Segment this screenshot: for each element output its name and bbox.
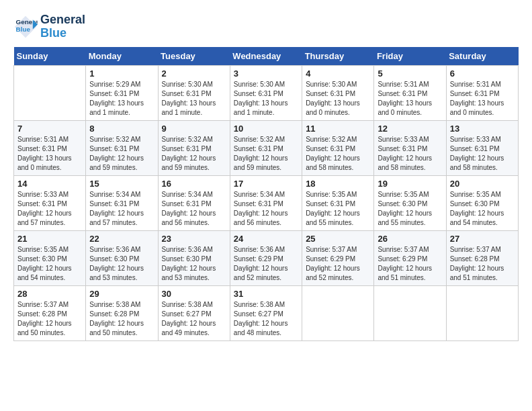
calendar-cell: 17Sunrise: 5:34 AM Sunset: 6:31 PM Dayli…	[230, 175, 302, 230]
calendar-cell	[14, 65, 86, 120]
calendar-week-row: 7Sunrise: 5:31 AM Sunset: 6:31 PM Daylig…	[14, 120, 519, 175]
calendar-cell: 31Sunrise: 5:38 AM Sunset: 6:27 PM Dayli…	[230, 285, 302, 340]
day-info: Sunrise: 5:37 AM Sunset: 6:28 PM Dayligh…	[17, 300, 82, 338]
day-number: 19	[378, 179, 442, 189]
calendar-week-row: 21Sunrise: 5:35 AM Sunset: 6:30 PM Dayli…	[14, 230, 519, 285]
calendar-cell: 3Sunrise: 5:30 AM Sunset: 6:31 PM Daylig…	[230, 65, 302, 120]
day-info: Sunrise: 5:38 AM Sunset: 6:27 PM Dayligh…	[234, 300, 298, 338]
calendar-cell: 5Sunrise: 5:31 AM Sunset: 6:31 PM Daylig…	[374, 65, 446, 120]
day-number: 27	[450, 234, 515, 244]
calendar-cell: 26Sunrise: 5:37 AM Sunset: 6:29 PM Dayli…	[374, 230, 446, 285]
col-wednesday: Wednesday	[230, 47, 302, 66]
day-number: 3	[234, 68, 298, 79]
calendar-cell: 10Sunrise: 5:32 AM Sunset: 6:31 PM Dayli…	[230, 120, 302, 175]
calendar-cell: 11Sunrise: 5:32 AM Sunset: 6:31 PM Dayli…	[302, 120, 374, 175]
day-info: Sunrise: 5:37 AM Sunset: 6:28 PM Dayligh…	[450, 245, 515, 283]
day-info: Sunrise: 5:32 AM Sunset: 6:31 PM Dayligh…	[234, 135, 298, 173]
calendar-cell: 19Sunrise: 5:35 AM Sunset: 6:30 PM Dayli…	[374, 175, 446, 230]
day-info: Sunrise: 5:34 AM Sunset: 6:31 PM Dayligh…	[234, 190, 298, 228]
day-number: 29	[89, 289, 154, 299]
calendar-cell: 6Sunrise: 5:31 AM Sunset: 6:31 PM Daylig…	[446, 65, 518, 120]
calendar-cell: 12Sunrise: 5:33 AM Sunset: 6:31 PM Dayli…	[374, 120, 446, 175]
day-info: Sunrise: 5:36 AM Sunset: 6:30 PM Dayligh…	[162, 245, 226, 283]
logo-text: General Blue	[40, 13, 85, 40]
calendar-cell: 22Sunrise: 5:36 AM Sunset: 6:30 PM Dayli…	[86, 230, 158, 285]
day-info: Sunrise: 5:35 AM Sunset: 6:30 PM Dayligh…	[450, 190, 515, 228]
calendar-week-row: 28Sunrise: 5:37 AM Sunset: 6:28 PM Dayli…	[14, 285, 519, 340]
day-number: 11	[306, 124, 370, 134]
calendar-cell: 18Sunrise: 5:35 AM Sunset: 6:31 PM Dayli…	[302, 175, 374, 230]
day-number: 31	[234, 289, 298, 299]
day-info: Sunrise: 5:32 AM Sunset: 6:31 PM Dayligh…	[162, 135, 226, 173]
day-number: 9	[162, 124, 226, 134]
day-number: 16	[162, 179, 226, 189]
day-info: Sunrise: 5:33 AM Sunset: 6:31 PM Dayligh…	[17, 190, 82, 228]
day-info: Sunrise: 5:31 AM Sunset: 6:31 PM Dayligh…	[450, 80, 515, 118]
col-monday: Monday	[86, 47, 158, 66]
calendar-cell: 30Sunrise: 5:38 AM Sunset: 6:27 PM Dayli…	[158, 285, 230, 340]
calendar-cell: 25Sunrise: 5:37 AM Sunset: 6:29 PM Dayli…	[302, 230, 374, 285]
col-tuesday: Tuesday	[158, 47, 230, 66]
day-info: Sunrise: 5:34 AM Sunset: 6:31 PM Dayligh…	[162, 190, 226, 228]
calendar-cell: 16Sunrise: 5:34 AM Sunset: 6:31 PM Dayli…	[158, 175, 230, 230]
calendar-cell: 9Sunrise: 5:32 AM Sunset: 6:31 PM Daylig…	[158, 120, 230, 175]
day-number: 12	[378, 124, 442, 134]
col-sunday: Sunday	[14, 47, 86, 66]
day-info: Sunrise: 5:30 AM Sunset: 6:31 PM Dayligh…	[234, 80, 298, 118]
calendar-cell: 29Sunrise: 5:38 AM Sunset: 6:28 PM Dayli…	[86, 285, 158, 340]
day-info: Sunrise: 5:36 AM Sunset: 6:30 PM Dayligh…	[89, 245, 154, 283]
col-friday: Friday	[374, 47, 446, 66]
calendar-week-row: 14Sunrise: 5:33 AM Sunset: 6:31 PM Dayli…	[14, 175, 519, 230]
calendar-cell: 8Sunrise: 5:32 AM Sunset: 6:31 PM Daylig…	[86, 120, 158, 175]
day-number: 26	[378, 234, 442, 244]
day-number: 4	[306, 68, 370, 79]
day-number: 7	[17, 124, 82, 134]
day-info: Sunrise: 5:33 AM Sunset: 6:31 PM Dayligh…	[378, 135, 442, 173]
day-number: 15	[89, 179, 154, 189]
calendar-cell: 20Sunrise: 5:35 AM Sunset: 6:30 PM Dayli…	[446, 175, 518, 230]
calendar-cell: 24Sunrise: 5:36 AM Sunset: 6:29 PM Dayli…	[230, 230, 302, 285]
day-number: 24	[234, 234, 298, 244]
day-info: Sunrise: 5:31 AM Sunset: 6:31 PM Dayligh…	[378, 80, 442, 118]
day-info: Sunrise: 5:32 AM Sunset: 6:31 PM Dayligh…	[306, 135, 370, 173]
day-number: 10	[234, 124, 298, 134]
calendar-cell: 15Sunrise: 5:34 AM Sunset: 6:31 PM Dayli…	[86, 175, 158, 230]
day-info: Sunrise: 5:35 AM Sunset: 6:30 PM Dayligh…	[378, 190, 442, 228]
day-number: 30	[162, 289, 226, 299]
col-thursday: Thursday	[302, 47, 374, 66]
day-number: 18	[306, 179, 370, 189]
day-info: Sunrise: 5:30 AM Sunset: 6:31 PM Dayligh…	[162, 80, 226, 118]
day-info: Sunrise: 5:29 AM Sunset: 6:31 PM Dayligh…	[89, 80, 154, 118]
calendar-cell: 21Sunrise: 5:35 AM Sunset: 6:30 PM Dayli…	[14, 230, 86, 285]
logo-icon: General Blue	[13, 15, 38, 39]
calendar-cell: 27Sunrise: 5:37 AM Sunset: 6:28 PM Dayli…	[446, 230, 518, 285]
day-info: Sunrise: 5:34 AM Sunset: 6:31 PM Dayligh…	[89, 190, 154, 228]
day-number: 25	[306, 234, 370, 244]
svg-text:Blue: Blue	[16, 26, 31, 33]
calendar-cell: 23Sunrise: 5:36 AM Sunset: 6:30 PM Dayli…	[158, 230, 230, 285]
calendar-cell: 13Sunrise: 5:33 AM Sunset: 6:31 PM Dayli…	[446, 120, 518, 175]
day-info: Sunrise: 5:35 AM Sunset: 6:30 PM Dayligh…	[17, 245, 82, 283]
day-info: Sunrise: 5:36 AM Sunset: 6:29 PM Dayligh…	[234, 245, 298, 283]
calendar-week-row: 1Sunrise: 5:29 AM Sunset: 6:31 PM Daylig…	[14, 65, 519, 120]
day-number: 22	[89, 234, 154, 244]
day-number: 13	[450, 124, 515, 134]
calendar-table: Sunday Monday Tuesday Wednesday Thursday…	[13, 47, 519, 341]
day-info: Sunrise: 5:33 AM Sunset: 6:31 PM Dayligh…	[450, 135, 515, 173]
calendar-cell: 28Sunrise: 5:37 AM Sunset: 6:28 PM Dayli…	[14, 285, 86, 340]
day-info: Sunrise: 5:35 AM Sunset: 6:31 PM Dayligh…	[306, 190, 370, 228]
day-info: Sunrise: 5:30 AM Sunset: 6:31 PM Dayligh…	[306, 80, 370, 118]
day-number: 1	[89, 68, 154, 79]
calendar-cell: 14Sunrise: 5:33 AM Sunset: 6:31 PM Dayli…	[14, 175, 86, 230]
calendar-cell: 2Sunrise: 5:30 AM Sunset: 6:31 PM Daylig…	[158, 65, 230, 120]
day-number: 17	[234, 179, 298, 189]
day-number: 2	[162, 68, 226, 79]
day-number: 28	[17, 289, 82, 299]
calendar-cell: 4Sunrise: 5:30 AM Sunset: 6:31 PM Daylig…	[302, 65, 374, 120]
calendar-cell	[302, 285, 374, 340]
day-info: Sunrise: 5:37 AM Sunset: 6:29 PM Dayligh…	[306, 245, 370, 283]
day-info: Sunrise: 5:31 AM Sunset: 6:31 PM Dayligh…	[17, 135, 82, 173]
day-number: 8	[89, 124, 154, 134]
calendar-cell: 7Sunrise: 5:31 AM Sunset: 6:31 PM Daylig…	[14, 120, 86, 175]
calendar-cell: 1Sunrise: 5:29 AM Sunset: 6:31 PM Daylig…	[86, 65, 158, 120]
